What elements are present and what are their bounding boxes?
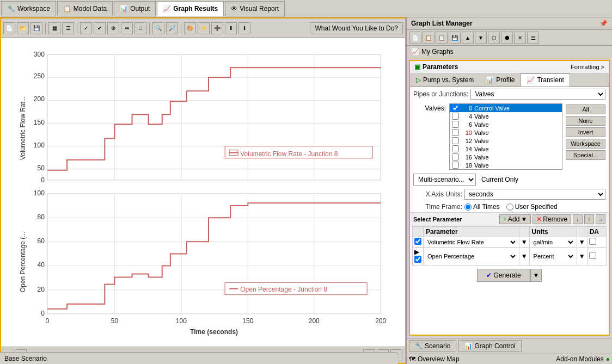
generate-btn[interactable]: ✔ Generate bbox=[477, 269, 530, 282]
gl-copy2-btn[interactable]: ⬡ bbox=[488, 32, 500, 44]
scenario-tab[interactable]: 🔧 Scenario bbox=[409, 340, 456, 352]
special-btn[interactable]: Special... bbox=[566, 150, 605, 160]
param2-check[interactable] bbox=[414, 256, 421, 263]
multi-scenario-select[interactable]: Multi-scenario... bbox=[413, 174, 476, 186]
tab-pump-vs-system[interactable]: ▷ Pump vs. System bbox=[410, 73, 480, 87]
y-axis-bottom-label: Open Percentage (... bbox=[19, 232, 27, 293]
tab-transient[interactable]: 📈 Transient bbox=[521, 73, 570, 87]
color-btn[interactable]: 🎨 bbox=[184, 22, 196, 34]
table-btn[interactable]: ▦ bbox=[48, 22, 60, 34]
valve-check-8[interactable] bbox=[452, 104, 459, 112]
new-btn[interactable]: 📄 bbox=[3, 22, 15, 34]
param-row-2: ▶ Open Percentage ▼ Percent ▼ bbox=[413, 248, 607, 266]
move-up-btn[interactable]: ↑ bbox=[584, 214, 594, 224]
param2-select[interactable]: Open Percentage bbox=[425, 252, 517, 260]
check2-btn[interactable]: ✔ bbox=[94, 22, 106, 34]
valve-item-10[interactable]: 10 Valve bbox=[450, 128, 562, 137]
add-chart-btn[interactable]: ➕ bbox=[211, 22, 223, 34]
zoom-btn[interactable]: 🔍 bbox=[152, 22, 164, 34]
save-btn[interactable]: 💾 bbox=[30, 22, 42, 34]
valve-check-18[interactable] bbox=[452, 162, 459, 169]
tab-visual-report[interactable]: 👁 Visual Report bbox=[225, 1, 285, 16]
move-right-btn[interactable]: → bbox=[596, 214, 605, 224]
tab-graph-results[interactable]: 📈 Graph Results bbox=[157, 1, 224, 16]
da1-check[interactable] bbox=[589, 238, 596, 245]
gl-copy-btn[interactable]: 📋 bbox=[423, 32, 434, 44]
profile-tab-label: Profile bbox=[496, 76, 515, 84]
open-pct-legend-label: Open Percentage - Junction 8 bbox=[240, 286, 327, 293]
export-btn[interactable]: ⬆ bbox=[225, 22, 237, 34]
valve-check-6[interactable] bbox=[452, 121, 459, 128]
move-down-btn[interactable]: ↓ bbox=[573, 214, 583, 224]
list-btn[interactable]: ☰ bbox=[62, 22, 74, 34]
transient-tab-label: Transient bbox=[537, 76, 564, 84]
all-times-radio[interactable] bbox=[464, 203, 472, 211]
workspace-btn[interactable]: Workspace bbox=[566, 139, 605, 149]
square-btn[interactable]: □ bbox=[134, 22, 146, 34]
graph-control-icon: 📊 bbox=[464, 342, 473, 350]
gl-menu-btn[interactable]: ☰ bbox=[527, 32, 539, 44]
gl-delete-btn[interactable]: ✕ bbox=[514, 32, 526, 44]
check-btn[interactable]: ✓ bbox=[80, 22, 92, 34]
remove-param-btn[interactable]: ✕ Remove bbox=[533, 214, 571, 224]
none-btn[interactable]: None bbox=[566, 116, 605, 126]
valve-item-6[interactable]: 6 Valve bbox=[450, 120, 562, 128]
gl-new-btn[interactable]: 📄 bbox=[409, 32, 421, 44]
valve-num-16: 16 bbox=[461, 154, 472, 161]
params-tabs: ▷ Pump vs. System 📊 Profile 📈 Transient bbox=[410, 73, 609, 87]
tab-workspace[interactable]: 🔧 Workspace bbox=[1, 1, 56, 16]
valve-check-4[interactable] bbox=[452, 113, 459, 120]
valve-item-4[interactable]: 4 Valve bbox=[450, 112, 562, 120]
tab-model-data-label: Model Data bbox=[74, 5, 107, 13]
tab-output[interactable]: 📊 Output bbox=[114, 1, 156, 16]
info-btn[interactable]: ℹ bbox=[238, 22, 250, 34]
tab-model-data[interactable]: 📋 Model Data bbox=[57, 1, 113, 16]
valve-check-14[interactable] bbox=[452, 145, 459, 152]
tab-workspace-label: Workspace bbox=[17, 5, 50, 13]
units1-select[interactable]: gal/min bbox=[531, 238, 575, 246]
da2-check[interactable] bbox=[589, 252, 596, 259]
formatting-link[interactable]: Formatting > bbox=[571, 64, 604, 70]
valve-item-14[interactable]: 14 Valve bbox=[450, 145, 562, 153]
valve-item-16[interactable]: 16 Valve bbox=[450, 153, 562, 161]
valve-name-14: Valve bbox=[474, 146, 489, 152]
size-btn[interactable]: ⇔ bbox=[121, 22, 133, 34]
gl-save-btn[interactable]: 💾 bbox=[449, 32, 461, 44]
valve-check-10[interactable] bbox=[452, 129, 459, 136]
param1-select[interactable]: Volumetric Flow Rate bbox=[425, 238, 517, 246]
lightning-btn[interactable]: ⚡ bbox=[198, 22, 210, 34]
tab-profile[interactable]: 📊 Profile bbox=[480, 73, 521, 87]
open-btn[interactable]: 📂 bbox=[17, 22, 29, 34]
svg-text:100: 100 bbox=[34, 189, 45, 197]
gl-paste2-btn[interactable]: ⬢ bbox=[501, 32, 513, 44]
valve-check-12[interactable] bbox=[452, 137, 459, 144]
generate-dropdown-btn[interactable]: ▼ bbox=[530, 269, 542, 282]
param1-check[interactable] bbox=[414, 238, 421, 245]
add-param-btn[interactable]: + Add ▼ bbox=[499, 214, 531, 224]
valves-label: Valves: bbox=[425, 104, 446, 112]
gl-down-btn[interactable]: ▼ bbox=[475, 32, 487, 44]
col-check bbox=[413, 227, 424, 237]
svg-text:250: 250 bbox=[34, 72, 45, 80]
params-icon: ▣ bbox=[414, 63, 420, 71]
zoom2-btn[interactable]: 🔎 bbox=[166, 22, 178, 34]
x-axis-units-select[interactable]: seconds bbox=[464, 189, 605, 200]
crosshair-btn[interactable]: ⊕ bbox=[107, 22, 119, 34]
invert-btn[interactable]: Invert bbox=[566, 127, 605, 137]
user-specified-radio[interactable] bbox=[506, 203, 513, 211]
valve-name-4: Valve bbox=[474, 113, 489, 120]
valve-item-18[interactable]: 18 Valve bbox=[450, 161, 562, 169]
gl-paste-btn[interactable]: 📋 bbox=[436, 32, 448, 44]
user-specified-option[interactable]: User Specified bbox=[506, 203, 558, 211]
all-times-option[interactable]: All Times bbox=[464, 203, 500, 211]
valve-item-12[interactable]: 12 Valve bbox=[450, 137, 562, 145]
pipes-junctions-select[interactable]: Valves bbox=[470, 89, 605, 100]
all-btn[interactable]: All bbox=[566, 104, 605, 114]
graph-control-tab[interactable]: 📊 Graph Control bbox=[458, 340, 521, 352]
what-would-btn[interactable]: What Would You Like to Do? bbox=[310, 22, 403, 34]
pump-icon: ▷ bbox=[416, 76, 421, 84]
valve-check-16[interactable] bbox=[452, 153, 459, 161]
gl-up-btn[interactable]: ▲ bbox=[462, 32, 474, 44]
valve-item-8[interactable]: 8 Control Valve bbox=[450, 104, 562, 112]
units2-select[interactable]: Percent bbox=[531, 252, 575, 260]
